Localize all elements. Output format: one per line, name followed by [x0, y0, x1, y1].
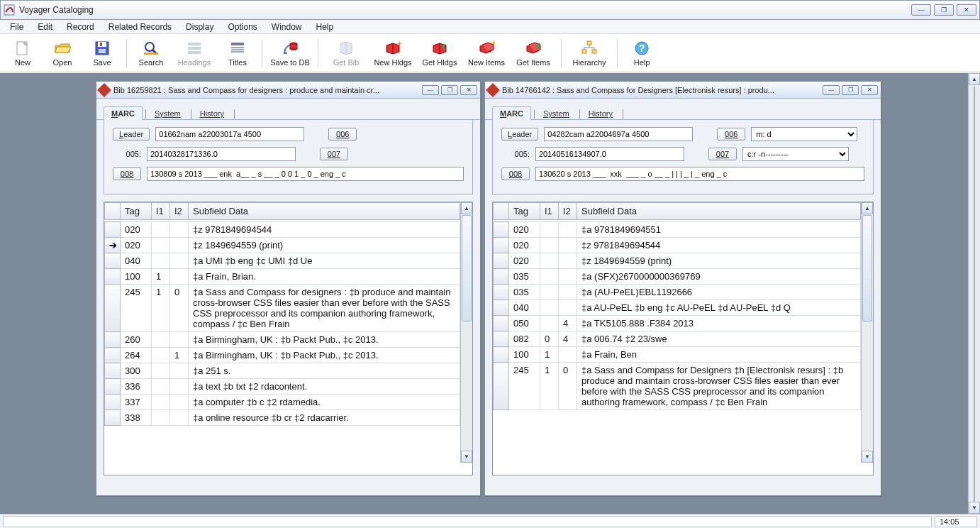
row-selector[interactable]: [494, 300, 509, 316]
row-selector[interactable]: [494, 331, 509, 347]
row-selector[interactable]: [105, 285, 121, 332]
cell-tag[interactable]: 338: [121, 410, 152, 426]
minimize-button[interactable]: —: [911, 4, 931, 16]
cell-data[interactable]: ‡a computer ‡b c ‡2 rdamedia.: [189, 395, 460, 410]
table-row[interactable]: 24510‡a Sass and Compass for Designers ‡…: [494, 363, 861, 410]
child-close-button[interactable]: ✕: [460, 85, 477, 95]
cell-data[interactable]: ‡a 251 s.: [189, 363, 460, 379]
cell-data[interactable]: ‡a Sass and Compass for designers : ‡b p…: [189, 285, 460, 332]
cell-data[interactable]: ‡a 006.74 ‡2 23/swe: [577, 331, 861, 347]
cell-tag[interactable]: 020: [121, 222, 152, 238]
table-row[interactable]: ➔020‡z 1849694559 (print): [105, 238, 460, 253]
col-tag[interactable]: Tag: [509, 203, 540, 220]
cell-data[interactable]: ‡a Birmingham, UK : ‡b Packt Pub., ‡c 20…: [189, 348, 460, 363]
row-selector[interactable]: [105, 379, 121, 395]
child-minimize-button[interactable]: —: [823, 85, 840, 95]
close-button[interactable]: ✕: [957, 4, 976, 16]
mdi-vscroll[interactable]: ▲ ▼: [968, 73, 980, 514]
cell-i1[interactable]: 0: [540, 331, 559, 347]
scroll-up-icon[interactable]: ▲: [969, 73, 980, 85]
table-row[interactable]: 035‡a (SFX)2670000000369769: [494, 269, 861, 285]
select-006[interactable]: m: d: [751, 127, 857, 141]
leader-button[interactable]: Leader: [113, 128, 150, 141]
cell-i1[interactable]: [540, 222, 559, 238]
tab-system[interactable]: System: [147, 107, 188, 120]
input-008[interactable]: [535, 167, 864, 181]
cell-i2[interactable]: [170, 379, 189, 395]
cell-i2[interactable]: [170, 395, 189, 410]
row-selector[interactable]: [494, 253, 509, 269]
cell-i1[interactable]: 1: [152, 269, 170, 285]
row-selector[interactable]: [494, 363, 509, 410]
col-i1[interactable]: I1: [540, 203, 559, 220]
row-selector[interactable]: [105, 348, 121, 363]
cell-i2[interactable]: [170, 410, 189, 426]
child-minimize-button[interactable]: —: [422, 85, 439, 95]
cell-tag[interactable]: 035: [509, 285, 540, 300]
btn-007[interactable]: 007: [320, 148, 348, 160]
table-row[interactable]: 338‡a online resource ‡b cr ‡2 rdacarrie…: [105, 410, 460, 426]
scroll-down-icon[interactable]: ▼: [461, 451, 472, 463]
leader-input[interactable]: [544, 127, 693, 141]
cell-i2[interactable]: [170, 238, 189, 253]
cell-i2[interactable]: 0: [559, 363, 577, 410]
row-selector[interactable]: [494, 316, 509, 331]
cell-i1[interactable]: [152, 363, 170, 379]
cell-tag[interactable]: 035: [509, 269, 540, 285]
cell-tag[interactable]: 050: [509, 316, 540, 331]
row-selector[interactable]: [105, 363, 121, 379]
cell-tag[interactable]: 300: [121, 363, 152, 379]
row-selector[interactable]: [494, 238, 509, 253]
cell-i2[interactable]: 0: [170, 285, 189, 332]
menu-edit[interactable]: Edit: [32, 21, 58, 33]
row-selector[interactable]: [494, 347, 509, 363]
btn-007[interactable]: 007: [708, 148, 737, 160]
toolbar-hierarchy[interactable]: Hierarchy: [567, 36, 611, 70]
cell-data[interactable]: ‡a TK5105.888 .F384 2013: [577, 316, 861, 331]
cell-tag[interactable]: 260: [121, 332, 152, 348]
cell-data[interactable]: ‡z 9781849694544: [189, 222, 460, 238]
cell-i2[interactable]: [170, 332, 189, 348]
toolbar-open[interactable]: Open: [44, 36, 81, 70]
cell-i2[interactable]: [559, 300, 577, 316]
menu-options[interactable]: Options: [222, 21, 262, 33]
cell-data[interactable]: ‡a AU-PeEL ‡b eng ‡c AU-PeEL ‡d AU-PeEL …: [577, 300, 861, 316]
cell-data[interactable]: ‡a (AU-PeEL)EBL1192666: [577, 285, 861, 300]
row-selector[interactable]: [494, 285, 509, 300]
table-row[interactable]: 2641‡a Birmingham, UK : ‡b Packt Pub., ‡…: [105, 348, 460, 363]
cell-tag[interactable]: 245: [509, 363, 540, 410]
cell-tag[interactable]: 020: [121, 238, 152, 253]
table-row[interactable]: 260‡a Birmingham, UK : ‡b Packt Pub., ‡c…: [105, 332, 460, 348]
scroll-up-icon[interactable]: ▲: [862, 202, 873, 214]
cell-tag[interactable]: 337: [121, 395, 152, 410]
toolbar-save[interactable]: Save: [84, 36, 121, 70]
cell-i2[interactable]: [559, 238, 577, 253]
row-selector[interactable]: [105, 222, 121, 238]
child-maximize-button[interactable]: ❐: [842, 85, 859, 95]
menu-window[interactable]: Window: [266, 21, 308, 33]
table-row[interactable]: 020‡a 9781849694551: [494, 222, 861, 238]
cell-data[interactable]: ‡a online resource ‡b cr ‡2 rdacarrier.: [189, 410, 460, 426]
toolbar-help[interactable]: ?Help: [623, 36, 660, 70]
child-close-button[interactable]: ✕: [861, 85, 878, 95]
cell-tag[interactable]: 020: [509, 222, 540, 238]
toolbar-new[interactable]: New: [4, 36, 41, 70]
cell-i2[interactable]: [170, 363, 189, 379]
cell-tag[interactable]: 040: [121, 253, 152, 269]
cell-data[interactable]: ‡a Frain, Ben: [577, 347, 861, 363]
table-row[interactable]: 040‡a UMI ‡b eng ‡c UMI ‡d Ue: [105, 253, 460, 269]
row-selector[interactable]: [105, 332, 121, 348]
cell-i2[interactable]: 1: [170, 348, 189, 363]
cell-i2[interactable]: 4: [559, 331, 577, 347]
row-selector[interactable]: [105, 269, 121, 285]
cell-i2[interactable]: [559, 222, 577, 238]
grid-vscroll[interactable]: ▲▼: [460, 202, 472, 463]
input-005[interactable]: [147, 147, 296, 161]
table-row[interactable]: 1001‡a Frain, Ben: [494, 347, 861, 363]
toolbar-get-items[interactable]: Get Items: [511, 36, 555, 70]
cell-i2[interactable]: [559, 285, 577, 300]
table-row[interactable]: 24510‡a Sass and Compass for designers :…: [105, 285, 460, 332]
toolbar-save-to-db[interactable]: Save to DB: [268, 36, 312, 70]
leader-input[interactable]: [155, 127, 304, 141]
cell-i1[interactable]: 1: [540, 363, 559, 410]
